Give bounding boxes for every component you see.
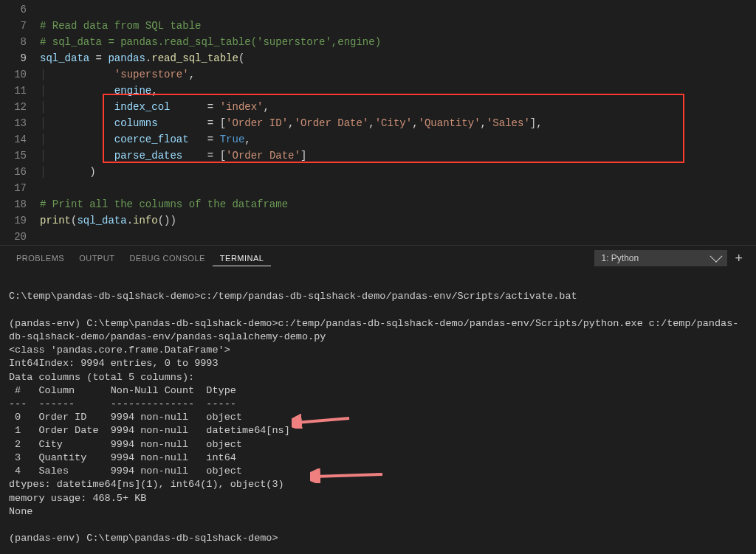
annotation-arrow-icon — [292, 414, 351, 429]
svg-line-1 — [315, 474, 382, 477]
tab-output[interactable]: OUTPUT — [72, 251, 122, 266]
code-content[interactable]: # Read data from SQL table # sql_data = … — [40, 0, 756, 245]
tab-debug-console[interactable]: DEBUG CONSOLE — [122, 251, 212, 266]
panel-tab-bar: PROBLEMS OUTPUT DEBUG CONSOLE TERMINAL 1… — [0, 245, 756, 271]
line-gutter: 6 7 8 9 10 11 12 13 14 15 16 17 18 19 20 — [0, 0, 40, 245]
chevron-down-icon — [710, 250, 723, 263]
terminal-selector[interactable]: 1: Python — [594, 250, 727, 266]
terminal-output[interactable]: C:\temp\pandas-db-sqlshack-demo>c:/temp/… — [0, 271, 756, 554]
comment: # sql_data = pandas.read_sql_table('supe… — [40, 36, 381, 48]
svg-line-0 — [296, 418, 349, 423]
comment: # Print all the columns of the dataframe — [40, 198, 288, 210]
tab-problems[interactable]: PROBLEMS — [9, 251, 72, 266]
tab-terminal[interactable]: TERMINAL — [213, 251, 272, 266]
comment: # Read data from SQL table — [40, 20, 201, 32]
annotation-arrow-icon — [310, 468, 384, 483]
new-terminal-button[interactable]: + — [730, 251, 747, 266]
code-editor[interactable]: 6 7 8 9 10 11 12 13 14 15 16 17 18 19 20… — [0, 0, 756, 245]
